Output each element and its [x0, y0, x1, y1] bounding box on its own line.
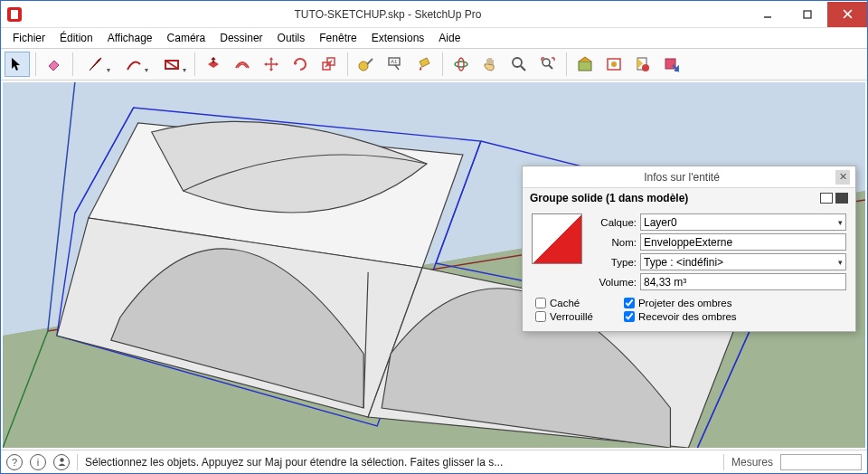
menu-edition[interactable]: Édition [53, 30, 99, 46]
layer-label: Calque: [590, 217, 637, 228]
svg-line-18 [521, 66, 525, 71]
material-swatch[interactable] [532, 213, 582, 264]
extension-warehouse-tool[interactable] [601, 52, 627, 77]
entity-info-titlebar[interactable]: Infos sur l'entité ✕ [523, 166, 855, 188]
select-tool[interactable] [5, 52, 30, 77]
menu-fenetre[interactable]: Fenêtre [313, 30, 363, 46]
svg-point-33 [60, 458, 63, 461]
volume-field [640, 273, 846, 290]
layer-select[interactable]: Layer0 [640, 213, 846, 231]
entity-info-close-button[interactable]: ✕ [835, 170, 850, 185]
send-tool[interactable] [659, 52, 684, 77]
window-controls [748, 2, 867, 27]
svg-line-20 [549, 65, 552, 69]
entity-group-header: Groupe solide (1 dans modèle) [523, 188, 855, 208]
volume-label: Volume: [590, 277, 637, 288]
offset-tool[interactable] [230, 52, 255, 77]
entity-info-title: Infos sur l'entité [528, 171, 835, 184]
statusbar: ? i Sélectionnez les objets. Appuyez sur… [1, 450, 867, 473]
entity-group-label: Groupe solide (1 dans modèle) [530, 192, 820, 204]
type-label: Type: [590, 257, 637, 268]
shape-tool[interactable] [155, 52, 189, 77]
name-label: Nom: [590, 237, 637, 248]
svg-point-15 [455, 62, 467, 67]
user-icon[interactable] [53, 454, 70, 470]
svg-rect-21 [579, 62, 591, 71]
info-icon[interactable]: i [30, 454, 46, 470]
locked-label: Verrouillé [550, 311, 593, 322]
close-button[interactable] [827, 2, 867, 27]
move-tool[interactable] [259, 52, 284, 77]
locked-checkbox[interactable] [535, 311, 546, 322]
scale-tool[interactable] [316, 52, 342, 77]
menu-fichier[interactable]: Fichier [6, 30, 52, 46]
svg-line-7 [165, 61, 178, 69]
menu-camera[interactable]: Caméra [161, 30, 212, 46]
menu-outils[interactable]: Outils [271, 30, 312, 46]
svg-point-12 [359, 62, 368, 71]
receive-shadows-label: Recevoir des ombres [638, 311, 737, 322]
svg-rect-3 [804, 11, 811, 18]
help-icon[interactable]: ? [6, 454, 23, 470]
toolbar: A1 [1, 48, 867, 81]
warehouse-tool[interactable] [572, 52, 598, 77]
rotate-tool[interactable] [288, 52, 313, 77]
svg-point-16 [458, 58, 464, 71]
detail-toggle-1-icon[interactable] [820, 193, 833, 204]
measures-input[interactable] [780, 454, 862, 470]
text-tool[interactable]: A1 [382, 52, 408, 77]
type-select[interactable]: Type : <indéfini> [640, 253, 846, 270]
name-input[interactable] [640, 233, 846, 251]
tape-tool[interactable] [354, 52, 379, 77]
cast-shadows-checkbox[interactable] [624, 298, 635, 308]
titlebar: TUTO-SKETCHUP.skp - SketchUp Pro [1, 1, 867, 28]
arc-tool[interactable] [117, 52, 151, 77]
entity-info-panel: Infos sur l'entité ✕ Groupe solide (1 da… [522, 166, 856, 332]
hidden-checkbox[interactable] [535, 298, 546, 308]
hidden-label: Caché [550, 298, 580, 308]
paint-tool[interactable] [411, 52, 437, 77]
svg-point-17 [513, 58, 522, 67]
zoom-tool[interactable] [506, 52, 532, 77]
svg-point-23 [611, 62, 617, 67]
orbit-tool[interactable] [448, 52, 474, 77]
measures-label: Mesures [731, 456, 773, 469]
pan-tool[interactable] [477, 52, 503, 77]
receive-shadows-checkbox[interactable] [624, 311, 635, 322]
pushpull-tool[interactable] [201, 52, 226, 77]
svg-point-25 [642, 64, 649, 71]
menu-aide[interactable]: Aide [432, 30, 467, 46]
menu-extensions[interactable]: Extensions [365, 30, 431, 46]
menu-affichage[interactable]: Affichage [101, 30, 159, 46]
app-icon [6, 6, 23, 23]
svg-point-19 [542, 59, 550, 66]
layout-tool[interactable] [630, 52, 656, 77]
menubar: Fichier Édition Affichage Caméra Dessine… [1, 28, 867, 48]
svg-rect-1 [11, 10, 18, 19]
zoom-extents-tool[interactable] [535, 52, 561, 77]
svg-text:A1: A1 [391, 59, 398, 64]
eraser-tool[interactable] [42, 52, 67, 77]
status-hint: Sélectionnez les objets. Appuyez sur Maj… [85, 456, 716, 469]
detail-toggle-2-icon[interactable] [835, 193, 848, 204]
minimize-button[interactable] [748, 2, 788, 27]
maximize-button[interactable] [788, 2, 827, 27]
cast-shadows-label: Projeter des ombres [638, 298, 732, 308]
line-tool[interactable] [79, 52, 113, 77]
window-title: TUTO-SKETCHUP.skp - SketchUp Pro [28, 8, 748, 21]
menu-dessiner[interactable]: Dessiner [213, 30, 269, 46]
